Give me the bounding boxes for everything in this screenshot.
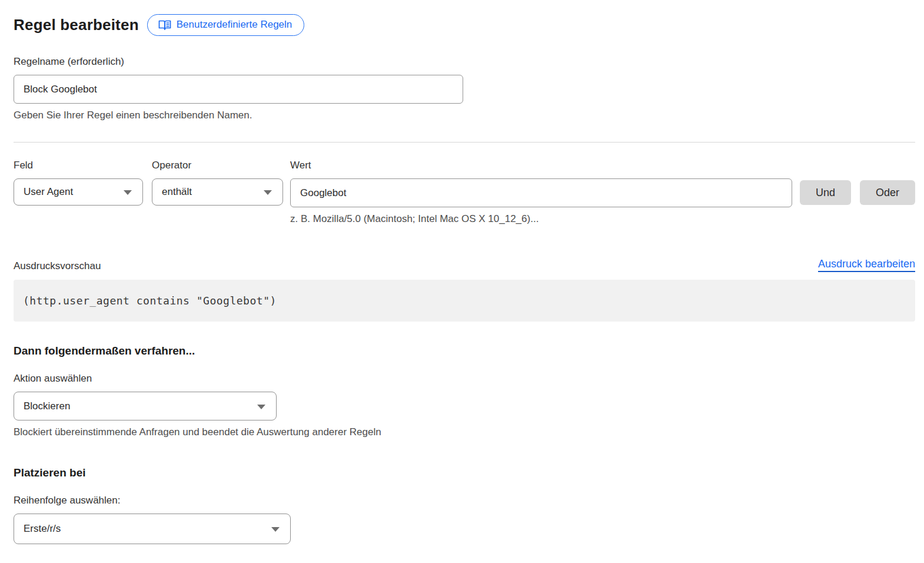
condition-row: Feld User Agent Operator enthält Wert z.… — [14, 160, 915, 225]
field-select-value: User Agent — [24, 186, 73, 198]
action-select-label: Aktion auswählen — [14, 373, 915, 385]
field-select[interactable]: User Agent — [14, 178, 143, 206]
custom-rules-badge-button[interactable]: Benutzerdefinierte Regeln — [147, 14, 305, 36]
operator-select-value: enthält — [162, 186, 192, 198]
operator-select[interactable]: enthält — [152, 178, 283, 206]
edit-rule-page: Regel bearbeiten Benutzerdefinierte Rege… — [0, 0, 924, 563]
action-section: Dann folgendermaßen verfahren... Aktion … — [14, 345, 915, 438]
order-select-label: Reihenfolge auswählen: — [14, 495, 915, 506]
or-button[interactable]: Oder — [860, 180, 915, 205]
value-input[interactable] — [290, 178, 792, 207]
action-select[interactable]: Blockieren — [14, 392, 277, 420]
rule-name-section: Regelname (erforderlich) Geben Sie Ihrer… — [14, 56, 915, 121]
expression-section: Ausdrucksvorschau Ausdruck bearbeiten (h… — [14, 258, 915, 322]
action-help: Blockiert übereinstimmende Anfragen und … — [14, 426, 915, 438]
order-select[interactable]: Erste/r/s — [14, 514, 291, 544]
dropdown-caret-icon — [124, 190, 132, 195]
rule-name-help: Geben Sie Ihrer Regel einen beschreibend… — [14, 110, 915, 121]
value-help: z. B. Mozilla/5.0 (Macintosh; Intel Mac … — [290, 213, 792, 225]
field-label: Feld — [14, 160, 143, 171]
dropdown-caret-icon — [257, 405, 265, 409]
custom-rules-badge-label: Benutzerdefinierte Regeln — [177, 19, 293, 31]
open-book-icon — [158, 19, 171, 31]
page-title: Regel bearbeiten — [14, 16, 139, 34]
operator-column: Operator enthält — [152, 160, 283, 206]
page-header: Regel bearbeiten Benutzerdefinierte Rege… — [14, 14, 915, 36]
field-column: Feld User Agent — [14, 160, 143, 206]
dropdown-caret-icon — [264, 190, 272, 195]
expression-preview-label: Ausdrucksvorschau — [14, 260, 101, 272]
value-label: Wert — [290, 160, 792, 171]
expression-code-block: (http.user_agent contains "Googlebot") — [14, 280, 915, 322]
operator-label: Operator — [152, 160, 283, 171]
action-heading: Dann folgendermaßen verfahren... — [14, 345, 915, 357]
rule-name-label: Regelname (erforderlich) — [14, 56, 915, 68]
placement-section: Platzieren bei Reihenfolge auswählen: Er… — [14, 466, 915, 544]
dropdown-caret-icon — [271, 527, 280, 532]
value-column: Wert z. B. Mozilla/5.0 (Macintosh; Intel… — [290, 160, 792, 225]
expression-code: (http.user_agent contains "Googlebot") — [23, 294, 277, 307]
and-button[interactable]: Und — [800, 180, 851, 205]
logic-buttons: Und Oder — [800, 160, 915, 205]
action-select-value: Blockieren — [24, 400, 70, 412]
placement-heading: Platzieren bei — [14, 466, 915, 479]
section-divider — [14, 142, 915, 143]
rule-name-input[interactable] — [14, 75, 463, 104]
order-select-value: Erste/r/s — [24, 523, 61, 535]
edit-expression-link[interactable]: Ausdruck bearbeiten — [818, 258, 915, 272]
